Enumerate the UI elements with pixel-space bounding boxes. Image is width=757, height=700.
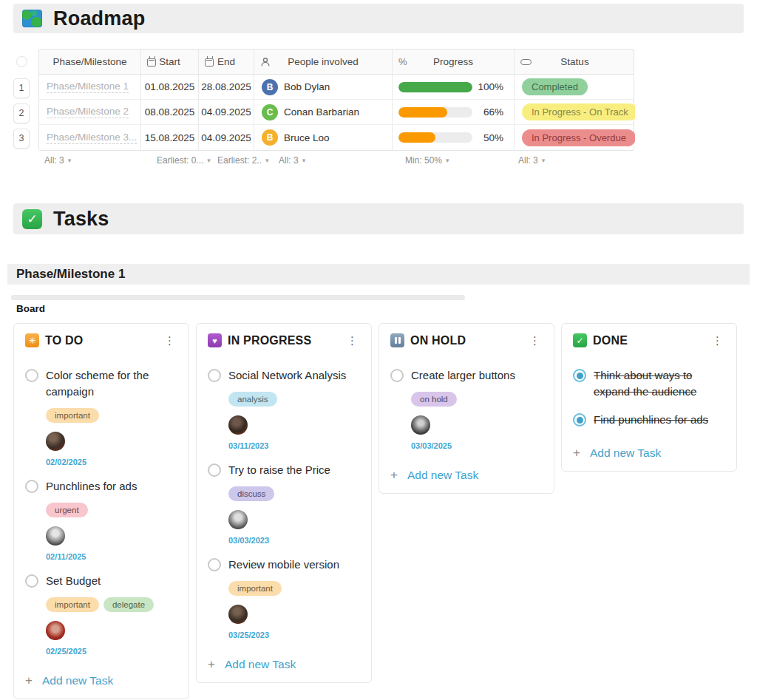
tag-discuss[interactable]: discuss — [228, 486, 274, 501]
task-title[interactable]: Set Budget — [46, 573, 101, 589]
footer-aggregate-start[interactable]: Earliest: 0...▾ — [140, 155, 198, 166]
tag-urgent[interactable]: urgent — [46, 503, 88, 517]
task-title[interactable]: Review mobile version — [228, 557, 339, 573]
task-card: Color scheme for the campaign important … — [25, 367, 177, 466]
tag-important[interactable]: important — [228, 581, 282, 596]
person-icon — [260, 57, 271, 67]
footer-aggregate-status[interactable]: All: 3▾ — [514, 155, 634, 166]
column-title: ON HOLD — [410, 334, 466, 347]
task-title[interactable]: Try to raise the Price — [228, 462, 330, 478]
status-badge[interactable]: In Progress - Overdue — [522, 129, 635, 146]
row-number: 3 — [13, 126, 30, 151]
footer-aggregate-name[interactable]: All: 3▾ — [38, 155, 140, 166]
table-header-row: Phase/Milestone Start End People involve… — [39, 50, 634, 75]
column-title: TO DO — [45, 334, 83, 347]
column-menu-icon[interactable]: ⋮ — [162, 334, 177, 347]
tag-delegate[interactable]: delegate — [103, 597, 154, 612]
status-badge[interactable]: Completed — [522, 78, 588, 95]
assignee-avatar[interactable] — [228, 510, 248, 529]
assignee-avatar[interactable] — [228, 415, 248, 435]
pill-icon — [520, 59, 532, 65]
chevron-down-icon: ▾ — [302, 157, 306, 164]
task-card: Think about ways to expand the audience — [573, 367, 725, 400]
column-header-status[interactable]: Status — [515, 50, 635, 74]
column-menu-icon[interactable]: ⋮ — [527, 334, 543, 347]
task-title[interactable]: Find punchlines for ads — [594, 412, 708, 428]
milestone-group-title: Phase/Milestone 1 — [16, 267, 125, 282]
task-checkbox[interactable] — [25, 574, 38, 588]
milestone-name-link[interactable]: Phase/Milestone 1 — [47, 81, 129, 93]
kanban-column-on-hold: ON HOLD ⋮ Create larger buttons on hold … — [378, 323, 554, 494]
column-header-start[interactable]: Start — [141, 50, 199, 74]
plus-icon: + — [573, 446, 580, 461]
footer-aggregate-people[interactable]: All: 3▾ — [254, 155, 392, 166]
tag-important[interactable]: important — [46, 597, 99, 612]
chevron-down-icon: ▾ — [542, 157, 546, 164]
milestone-group-header: Phase/Milestone 1 — [7, 264, 750, 285]
start-date[interactable]: 08.08.2025 — [141, 100, 199, 124]
task-title[interactable]: Color scheme for the campaign — [46, 367, 177, 400]
add-new-task-button[interactable]: +Add new Task — [573, 446, 725, 461]
task-title[interactable]: Create larger buttons — [411, 367, 515, 384]
column-header-name[interactable]: Phase/Milestone — [39, 50, 141, 74]
task-checkbox[interactable] — [208, 558, 221, 571]
avatar: B — [262, 79, 278, 95]
assignee-avatar[interactable] — [46, 432, 65, 451]
milestone-name-link[interactable]: Phase/Milestone 3... — [47, 132, 137, 144]
person-name: Bruce Loo — [284, 132, 330, 143]
pause-icon — [390, 333, 404, 347]
column-header-progress[interactable]: %Progress — [393, 50, 515, 74]
calendar-icon — [205, 57, 214, 67]
table-row[interactable]: Phase/Milestone 1 01.08.2025 28.08.2025 … — [39, 75, 634, 100]
task-checkbox[interactable] — [208, 463, 221, 477]
task-checkbox[interactable] — [25, 369, 38, 382]
task-title[interactable]: Punchlines for ads — [46, 478, 137, 495]
column-header-end[interactable]: End — [199, 50, 254, 74]
task-title[interactable]: Social Network Analysis — [228, 367, 346, 384]
kanban-column-done: ✓ DONE ⋮ Think about ways to expand the … — [561, 323, 737, 472]
table-row[interactable]: Phase/Milestone 3... 15.08.2025 04.09.20… — [39, 125, 634, 150]
assignee-avatar[interactable] — [46, 526, 65, 546]
milestone-name-link[interactable]: Phase/Milestone 2 — [47, 106, 129, 118]
tag-on-hold[interactable]: on hold — [411, 392, 457, 407]
start-date[interactable]: 01.08.2025 — [141, 75, 199, 99]
add-new-task-button[interactable]: +Add new Task — [208, 657, 360, 672]
row-number: 2 — [13, 101, 30, 126]
footer-aggregate-end[interactable]: Earliest: 2..▾ — [198, 155, 254, 166]
kanban-column-todo: ✳ TO DO ⋮ Color scheme for the campaign … — [13, 323, 189, 699]
progress-bar — [398, 107, 472, 118]
column-title: DONE — [593, 334, 628, 347]
board-tab-label[interactable]: Board — [16, 303, 757, 312]
column-menu-icon[interactable]: ⋮ — [344, 334, 360, 347]
add-new-task-button[interactable]: +Add new Task — [25, 673, 177, 688]
task-checkbox[interactable] — [390, 369, 404, 382]
column-header-people[interactable]: People involved — [254, 50, 393, 74]
task-title[interactable]: Think about ways to expand the audience — [594, 367, 725, 400]
end-date[interactable]: 04.09.2025 — [199, 100, 254, 124]
assignee-avatar[interactable] — [411, 415, 430, 435]
tag-important[interactable]: important — [46, 408, 99, 423]
start-date[interactable]: 15.08.2025 — [141, 125, 199, 150]
assignee-avatar[interactable] — [228, 605, 248, 624]
task-card: Set Budget importantdelegate 02/25/2025 — [25, 573, 177, 656]
select-all-checkbox[interactable] — [16, 56, 27, 67]
table-row[interactable]: Phase/Milestone 2 08.08.2025 04.09.2025 … — [39, 100, 634, 125]
task-due-date: 02/11/2025 — [46, 552, 177, 561]
check-icon: ✓ — [573, 333, 587, 347]
status-badge[interactable]: In Progress - On Track — [522, 103, 635, 120]
end-date[interactable]: 04.09.2025 — [199, 125, 254, 150]
row-number: 1 — [13, 75, 30, 101]
task-checkbox[interactable] — [208, 369, 221, 382]
assignee-avatar[interactable] — [46, 621, 65, 640]
footer-aggregate-progress[interactable]: Min: 50%▾ — [392, 155, 514, 166]
task-checkbox-checked[interactable] — [573, 369, 586, 382]
add-new-task-button[interactable]: +Add new Task — [390, 468, 543, 483]
tag-analysis[interactable]: analysis — [228, 392, 277, 407]
task-checkbox-checked[interactable] — [573, 413, 586, 427]
percent-icon: % — [398, 56, 407, 67]
end-date[interactable]: 28.08.2025 — [199, 75, 254, 99]
kanban-column-in-progress: ♥ IN PROGRESS ⋮ Social Network Analysis … — [196, 323, 372, 683]
task-checkbox[interactable] — [25, 480, 38, 493]
column-menu-icon[interactable]: ⋮ — [710, 334, 725, 347]
table-footer: All: 3▾ Earliest: 0...▾ Earliest: 2..▾ A… — [38, 155, 634, 166]
